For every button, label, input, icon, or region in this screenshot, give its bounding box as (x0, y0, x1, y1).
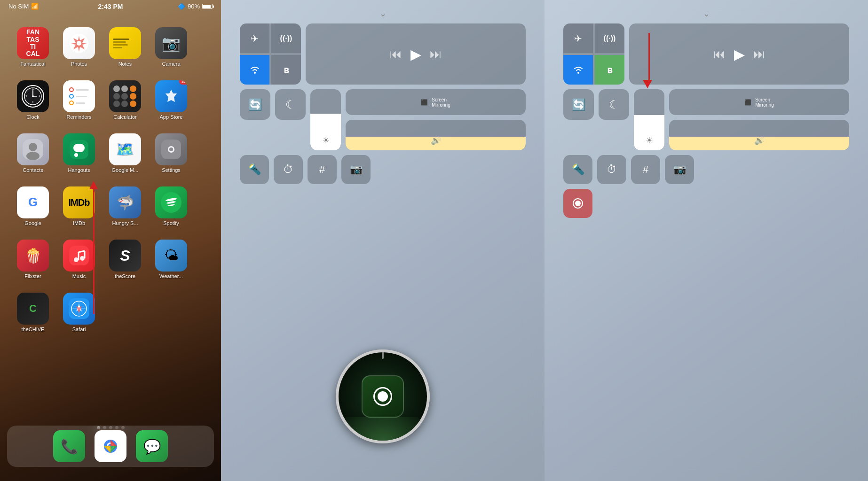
app-hangouts[interactable]: Hangouts (58, 124, 100, 173)
cc-cellular[interactable]: ((·)) (271, 23, 301, 53)
dock-chrome[interactable] (95, 430, 126, 462)
cc-bluetooth[interactable]: ʙ (271, 55, 301, 85)
bluetooth-status-icon: 🔷 (178, 3, 185, 10)
cc-extra-row (563, 189, 849, 218)
app-label-googlemaps: Google M... (112, 167, 139, 173)
svg-text:9: 9 (26, 94, 27, 97)
cc-mid-row: 🔄 ☾ ☀ ⬛ ScreenMirroring 🔊 (240, 89, 526, 150)
arrow-up-container (91, 181, 98, 314)
moon-icon-2: ☾ (609, 98, 619, 111)
dock-messages[interactable]: 💬 (136, 430, 168, 462)
app-notes[interactable]: Notes (104, 17, 146, 67)
cc-camera-2[interactable]: 📷 (665, 155, 694, 184)
app-settings[interactable]: Settings (150, 124, 192, 173)
app-label-thescore: theScore (115, 273, 135, 279)
wifi-icon-svg (249, 66, 260, 74)
cc-rotation-lock-2[interactable]: 🔄 (563, 89, 594, 120)
app-contacts[interactable]: Contacts (12, 124, 54, 173)
cc-flashlight[interactable]: 🔦 (240, 155, 269, 184)
cc-cellular-2[interactable]: ((·)) (595, 23, 624, 53)
cc-swipe-indicator-2: ⌄ (703, 8, 710, 19)
app-googlemaps[interactable]: 🗺️ Google M... (104, 124, 146, 173)
cc-screen-mirroring[interactable]: ⬛ ScreenMirroring (346, 89, 526, 115)
rotation-lock-icon: 🔄 (248, 98, 262, 111)
cc-airplane-2[interactable]: ✈ (563, 23, 593, 53)
timer-icon: ⏱ (283, 163, 293, 176)
cc-brightness-slider[interactable]: ☀ (310, 89, 341, 150)
cc-right-col: ⬛ ScreenMirroring 🔊 (346, 89, 526, 150)
bluetooth-icon: ʙ (284, 64, 289, 76)
app-label-fantastical: Fantastical (20, 61, 45, 67)
cc-media-block: ⏮ ▶ ⏭ (306, 23, 526, 85)
app-fantastical[interactable]: FANTASTICAL Fantastical (12, 17, 54, 67)
svg-point-18 (169, 147, 173, 151)
screen-record-icon (573, 198, 583, 209)
battery-icon (202, 4, 213, 9)
cc-camera-btn[interactable]: 📷 (341, 155, 371, 184)
media-forward[interactable]: ⏭ (430, 47, 442, 62)
cc-flashlight-2[interactable]: 🔦 (563, 155, 592, 184)
cc-bluetooth-2[interactable]: ʙ (595, 55, 624, 85)
cc-brightness-slider-2[interactable]: ☀ (634, 89, 664, 150)
cc-timer-2[interactable]: ⏱ (597, 155, 626, 184)
app-flixster[interactable]: 🍿 Flixster (12, 230, 54, 279)
app-spotify[interactable]: Spotify (150, 177, 192, 226)
app-google[interactable]: G Google (12, 177, 54, 226)
media-rewind-2[interactable]: ⏮ (713, 47, 726, 62)
volume-icon-2: 🔊 (754, 135, 765, 146)
cc-volume-slider-2[interactable]: 🔊 (669, 120, 849, 150)
app-grid: FANTASTICAL Fantastical Photos (0, 13, 221, 337)
app-thechive[interactable]: C theCHIVE (12, 283, 54, 332)
cc-top-row: ✈ ((·)) ʙ ⏮ (240, 23, 526, 85)
app-camera[interactable]: 📷 Camera (150, 17, 192, 67)
control-center-panel-1: ⌄ ✈ ((·)) (221, 0, 544, 481)
media-rewind[interactable]: ⏮ (390, 47, 402, 62)
app-label-spotify: Spotify (163, 220, 179, 226)
cc-screen-mirroring-2[interactable]: ⬛ ScreenMirroring (669, 89, 849, 115)
brightness-icon-2: ☀ (646, 135, 653, 146)
app-appstore[interactable]: 26 App Store (150, 70, 192, 120)
camera-icon: 📷 (350, 163, 363, 176)
cc-volume-slider[interactable]: 🔊 (346, 120, 526, 150)
magnifier-notch (382, 352, 384, 359)
app-label-weather: Weather... (159, 273, 183, 279)
cc-rotation-lock[interactable]: 🔄 (240, 89, 270, 120)
app-label-calculator: Calculator (113, 114, 137, 120)
app-weather[interactable]: 🌤 Weather... (150, 230, 192, 279)
cc-calculator-2[interactable]: # (631, 155, 660, 184)
red-arrow-head (643, 80, 652, 88)
cc-do-not-disturb-2[interactable]: ☾ (599, 89, 629, 120)
airplane-icon: ✈ (251, 33, 259, 44)
app-photos[interactable]: Photos (58, 17, 100, 67)
cc-bottom-row-2: 🔦 ⏱ # 📷 (563, 155, 849, 184)
app-thescore[interactable]: S theScore (104, 230, 146, 279)
app-calculator[interactable]: Calculator (104, 70, 146, 120)
cc-airplane-mode[interactable]: ✈ (240, 23, 269, 53)
cc-calculator-btn[interactable]: # (308, 155, 337, 184)
dock-phone[interactable]: 📞 (53, 430, 85, 462)
calculator-icon: # (319, 163, 325, 176)
cc-do-not-disturb[interactable]: ☾ (275, 89, 306, 120)
cc-mid-row-2: 🔄 ☾ ☀ ⬛ ScreenMirroring (563, 89, 849, 150)
app-label-hangouts: Hangouts (68, 167, 90, 173)
screen-record-button-zoomed[interactable] (362, 375, 404, 418)
appstore-badge: 26 (179, 80, 187, 85)
media-forward-2[interactable]: ⏭ (753, 47, 765, 62)
cc-right-col-2: ⬛ ScreenMirroring 🔊 (669, 89, 849, 150)
control-center-panel-2: ⌄ ✈ ((·)) ʙ (544, 0, 868, 481)
home-screen-panel: No SIM 📶 2:43 PM 🔷 90% FANTASTICAL Fanta… (0, 0, 221, 481)
cc-screen-record[interactable] (563, 189, 592, 218)
cc-timer-btn[interactable]: ⏱ (274, 155, 303, 184)
media-play-2[interactable]: ▶ (734, 46, 745, 62)
media-play[interactable]: ▶ (410, 46, 421, 62)
app-reminders[interactable]: Reminders (58, 70, 100, 120)
rotation-lock-icon-2: 🔄 (572, 98, 586, 111)
svg-rect-14 (73, 144, 85, 152)
cc-wifi[interactable] (240, 55, 269, 85)
cc-wifi-2[interactable] (563, 55, 593, 85)
app-hungrys[interactable]: 🦈 Hungry S... (104, 177, 146, 226)
time-label: 2:43 PM (98, 3, 123, 10)
app-clock[interactable]: 12 3 6 9 Clock (12, 70, 54, 120)
svg-point-41 (577, 72, 579, 74)
svg-text:G: G (28, 195, 38, 209)
